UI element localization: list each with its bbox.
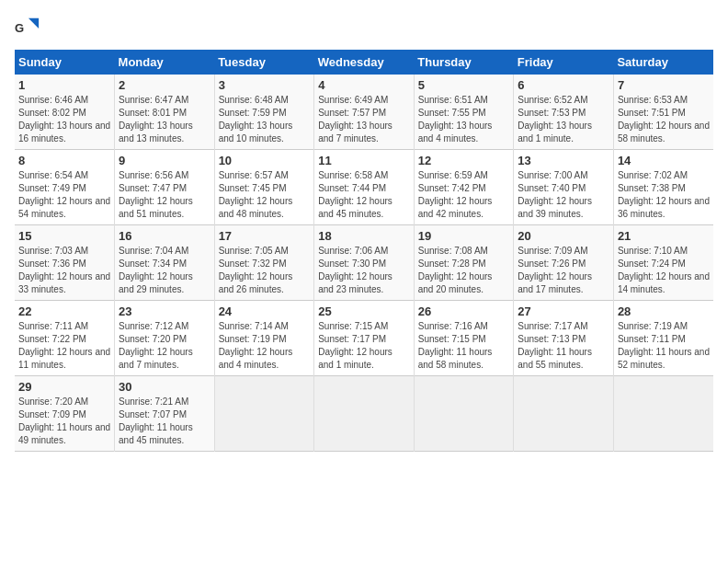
calendar-week-row: 8 Sunrise: 6:54 AM Sunset: 7:49 PM Dayli…	[15, 150, 713, 225]
day-number: 24	[219, 304, 311, 318]
day-number: 11	[318, 154, 410, 167]
day-number: 26	[418, 304, 510, 318]
calendar-day-cell: 8 Sunrise: 6:54 AM Sunset: 7:49 PM Dayli…	[15, 150, 115, 225]
day-number: 10	[219, 154, 311, 167]
calendar-day-cell: 14 Sunrise: 7:02 AM Sunset: 7:38 PM Dayl…	[613, 150, 713, 225]
day-number: 28	[618, 304, 710, 318]
day-number: 23	[119, 304, 210, 318]
calendar-day-cell	[314, 376, 415, 452]
day-number: 21	[618, 229, 710, 243]
day-info: Sunrise: 7:08 AM Sunset: 7:28 PM Dayligh…	[418, 245, 510, 296]
day-info: Sunrise: 6:47 AM Sunset: 8:01 PM Dayligh…	[119, 94, 210, 145]
calendar-day-cell: 12 Sunrise: 6:59 AM Sunset: 7:42 PM Dayl…	[414, 150, 514, 225]
calendar-day-cell: 3 Sunrise: 6:48 AM Sunset: 7:59 PM Dayli…	[214, 75, 314, 150]
logo: G	[15, 15, 44, 40]
calendar-day-cell: 15 Sunrise: 7:03 AM Sunset: 7:36 PM Dayl…	[15, 225, 115, 301]
day-info: Sunrise: 6:46 AM Sunset: 8:02 PM Dayligh…	[18, 94, 110, 145]
day-info: Sunrise: 6:53 AM Sunset: 7:51 PM Dayligh…	[618, 94, 710, 145]
svg-marker-1	[28, 18, 39, 29]
calendar-day-cell: 19 Sunrise: 7:08 AM Sunset: 7:28 PM Dayl…	[414, 225, 514, 301]
logo-icon: G	[15, 15, 40, 40]
calendar-week-row: 22 Sunrise: 7:11 AM Sunset: 7:22 PM Dayl…	[15, 301, 713, 376]
day-number: 4	[318, 78, 410, 92]
calendar-day-cell: 18 Sunrise: 7:06 AM Sunset: 7:30 PM Dayl…	[314, 225, 415, 301]
calendar-day-cell: 6 Sunrise: 6:52 AM Sunset: 7:53 PM Dayli…	[514, 75, 614, 150]
calendar-header-row: SundayMondayTuesdayWednesdayThursdayFrid…	[15, 50, 713, 75]
day-number: 25	[318, 304, 410, 318]
day-info: Sunrise: 6:51 AM Sunset: 7:55 PM Dayligh…	[418, 94, 510, 145]
day-info: Sunrise: 6:59 AM Sunset: 7:42 PM Dayligh…	[418, 169, 510, 221]
calendar-day-cell: 16 Sunrise: 7:04 AM Sunset: 7:34 PM Dayl…	[115, 225, 215, 301]
day-info: Sunrise: 7:00 AM Sunset: 7:40 PM Dayligh…	[518, 169, 609, 221]
day-number: 9	[119, 154, 210, 167]
calendar-day-cell: 7 Sunrise: 6:53 AM Sunset: 7:51 PM Dayli…	[613, 75, 713, 150]
day-number: 5	[418, 78, 510, 92]
day-info: Sunrise: 7:17 AM Sunset: 7:13 PM Dayligh…	[518, 320, 609, 372]
calendar-day-cell: 23 Sunrise: 7:12 AM Sunset: 7:20 PM Dayl…	[115, 301, 215, 376]
day-info: Sunrise: 7:04 AM Sunset: 7:34 PM Dayligh…	[119, 245, 210, 296]
calendar-day-cell: 11 Sunrise: 6:58 AM Sunset: 7:44 PM Dayl…	[314, 150, 415, 225]
calendar-table: SundayMondayTuesdayWednesdayThursdayFrid…	[15, 50, 713, 452]
calendar-day-cell: 28 Sunrise: 7:19 AM Sunset: 7:11 PM Dayl…	[613, 301, 713, 376]
calendar-day-cell: 22 Sunrise: 7:11 AM Sunset: 7:22 PM Dayl…	[15, 301, 115, 376]
calendar-day-cell: 26 Sunrise: 7:16 AM Sunset: 7:15 PM Dayl…	[414, 301, 514, 376]
calendar-day-cell: 9 Sunrise: 6:56 AM Sunset: 7:47 PM Dayli…	[115, 150, 215, 225]
calendar-day-cell	[414, 376, 514, 452]
day-number: 6	[518, 78, 609, 92]
calendar-day-cell: 4 Sunrise: 6:49 AM Sunset: 7:57 PM Dayli…	[314, 75, 415, 150]
day-info: Sunrise: 7:20 AM Sunset: 7:09 PM Dayligh…	[18, 396, 110, 447]
svg-text:G: G	[15, 21, 24, 35]
day-info: Sunrise: 7:19 AM Sunset: 7:11 PM Dayligh…	[618, 320, 710, 372]
calendar-day-cell: 10 Sunrise: 6:57 AM Sunset: 7:45 PM Dayl…	[214, 150, 314, 225]
day-info: Sunrise: 7:05 AM Sunset: 7:32 PM Dayligh…	[219, 245, 311, 296]
day-number: 1	[18, 78, 110, 92]
day-info: Sunrise: 7:10 AM Sunset: 7:24 PM Dayligh…	[618, 245, 710, 296]
calendar-day-cell: 25 Sunrise: 7:15 AM Sunset: 7:17 PM Dayl…	[314, 301, 415, 376]
day-number: 12	[418, 154, 510, 167]
calendar-day-cell: 5 Sunrise: 6:51 AM Sunset: 7:55 PM Dayli…	[414, 75, 514, 150]
header-day-sunday: Sunday	[15, 50, 115, 75]
day-number: 17	[219, 229, 311, 243]
day-info: Sunrise: 6:58 AM Sunset: 7:44 PM Dayligh…	[318, 169, 410, 221]
day-number: 30	[119, 380, 210, 394]
day-number: 3	[219, 78, 311, 92]
day-info: Sunrise: 7:11 AM Sunset: 7:22 PM Dayligh…	[18, 320, 110, 372]
header-day-monday: Monday	[115, 50, 215, 75]
calendar-day-cell: 29 Sunrise: 7:20 AM Sunset: 7:09 PM Dayl…	[15, 376, 115, 452]
day-info: Sunrise: 6:48 AM Sunset: 7:59 PM Dayligh…	[219, 94, 311, 145]
header: G	[15, 15, 713, 40]
day-info: Sunrise: 7:03 AM Sunset: 7:36 PM Dayligh…	[18, 245, 110, 296]
day-number: 14	[618, 154, 710, 167]
calendar-day-cell: 30 Sunrise: 7:21 AM Sunset: 7:07 PM Dayl…	[115, 376, 215, 452]
day-info: Sunrise: 7:21 AM Sunset: 7:07 PM Dayligh…	[119, 396, 210, 447]
calendar-week-row: 1 Sunrise: 6:46 AM Sunset: 8:02 PM Dayli…	[15, 75, 713, 150]
day-info: Sunrise: 7:12 AM Sunset: 7:20 PM Dayligh…	[119, 320, 210, 372]
calendar-week-row: 15 Sunrise: 7:03 AM Sunset: 7:36 PM Dayl…	[15, 225, 713, 301]
header-day-wednesday: Wednesday	[314, 50, 415, 75]
day-number: 8	[18, 154, 110, 167]
calendar-day-cell: 24 Sunrise: 7:14 AM Sunset: 7:19 PM Dayl…	[214, 301, 314, 376]
day-number: 20	[518, 229, 609, 243]
day-info: Sunrise: 6:54 AM Sunset: 7:49 PM Dayligh…	[18, 169, 110, 221]
day-info: Sunrise: 6:56 AM Sunset: 7:47 PM Dayligh…	[119, 169, 210, 221]
day-info: Sunrise: 7:14 AM Sunset: 7:19 PM Dayligh…	[219, 320, 311, 372]
day-info: Sunrise: 7:02 AM Sunset: 7:38 PM Dayligh…	[618, 169, 710, 221]
header-day-friday: Friday	[514, 50, 614, 75]
day-info: Sunrise: 7:06 AM Sunset: 7:30 PM Dayligh…	[318, 245, 410, 296]
calendar-day-cell: 27 Sunrise: 7:17 AM Sunset: 7:13 PM Dayl…	[514, 301, 614, 376]
day-info: Sunrise: 6:52 AM Sunset: 7:53 PM Dayligh…	[518, 94, 609, 145]
calendar-day-cell: 2 Sunrise: 6:47 AM Sunset: 8:01 PM Dayli…	[115, 75, 215, 150]
day-number: 22	[18, 304, 110, 318]
day-info: Sunrise: 6:49 AM Sunset: 7:57 PM Dayligh…	[318, 94, 410, 145]
day-number: 2	[119, 78, 210, 92]
calendar-day-cell	[514, 376, 614, 452]
header-day-saturday: Saturday	[613, 50, 713, 75]
calendar-day-cell: 21 Sunrise: 7:10 AM Sunset: 7:24 PM Dayl…	[613, 225, 713, 301]
calendar-day-cell: 17 Sunrise: 7:05 AM Sunset: 7:32 PM Dayl…	[214, 225, 314, 301]
calendar-day-cell: 13 Sunrise: 7:00 AM Sunset: 7:40 PM Dayl…	[514, 150, 614, 225]
day-number: 7	[618, 78, 710, 92]
day-number: 27	[518, 304, 609, 318]
calendar-day-cell: 1 Sunrise: 6:46 AM Sunset: 8:02 PM Dayli…	[15, 75, 115, 150]
day-number: 29	[18, 380, 110, 394]
day-info: Sunrise: 6:57 AM Sunset: 7:45 PM Dayligh…	[219, 169, 311, 221]
